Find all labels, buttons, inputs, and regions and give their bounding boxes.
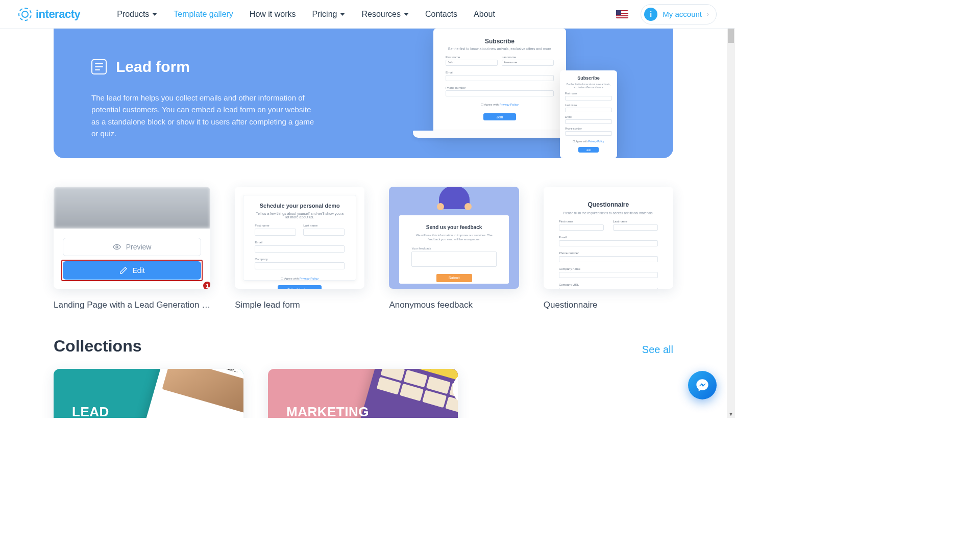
brand-name: interacty	[36, 8, 80, 21]
collections-grid: Summer fitness mar… LEAD MAGNETS Find pa…	[54, 369, 673, 418]
template-title: Questionnaire	[544, 300, 673, 310]
messenger-icon	[695, 378, 709, 392]
form-icon	[91, 59, 107, 74]
messenger-chat-button[interactable]	[688, 371, 717, 399]
nav-template-gallery[interactable]: Template gallery	[174, 10, 233, 19]
collection-card-marketing-games[interactable]: Find pairs and get a prize! MARKETING GA…	[268, 369, 458, 418]
hero-lead-form: Lead form The lead form helps you collec…	[54, 29, 673, 158]
header-right: i My account ›	[616, 4, 717, 24]
collection-card-lead-magnets[interactable]: Summer fitness mar… LEAD MAGNETS	[54, 369, 243, 418]
caret-down-icon	[404, 13, 409, 16]
collection-mock-tilted: Summer fitness mar…	[129, 369, 243, 418]
logo-mark-icon	[18, 8, 32, 21]
caret-down-icon	[152, 13, 157, 16]
template-title: Landing Page with a Lead Generation …	[54, 300, 210, 310]
page-scrollbar[interactable]: ▲ ▼	[727, 0, 735, 418]
avatar: i	[644, 8, 657, 21]
hero-mock-large: Subscribe Be the first to know about new…	[433, 29, 566, 136]
brand-logo[interactable]: interacty	[18, 8, 80, 21]
template-thumb: 2 Preview Edit	[54, 187, 210, 289]
nav-about[interactable]: About	[474, 10, 495, 19]
template-title: Simple lead form	[235, 300, 364, 310]
see-all-link[interactable]: See all	[642, 344, 673, 356]
template-title: Anonymous feedback	[389, 300, 519, 310]
locale-flag-us-icon[interactable]	[616, 10, 628, 18]
caret-down-icon	[340, 13, 345, 16]
hero-description: The lead form helps you collect emails a…	[91, 92, 316, 139]
svg-point-0	[116, 246, 118, 248]
nav-contacts[interactable]: Contacts	[425, 10, 457, 19]
collection-label: MARKETING GAMES	[286, 405, 369, 418]
chevron-right-icon: ›	[707, 11, 709, 18]
card-hover-panel: Preview Edit	[54, 229, 210, 289]
collections-header: Collections See all	[54, 337, 673, 356]
template-thumb: Questionnaire Please fill in the require…	[544, 187, 673, 289]
collections-heading: Collections	[54, 337, 141, 356]
scrollbar-down-icon[interactable]: ▼	[727, 410, 735, 418]
template-grid: 2 Preview Edit	[54, 187, 673, 310]
template-card-questionnaire[interactable]: Questionnaire Please fill in the require…	[544, 187, 673, 310]
template-card-landing-page[interactable]: 2 Preview Edit	[54, 187, 210, 310]
person-icon	[436, 187, 472, 217]
site-header: interacty Products Template gallery How …	[0, 0, 735, 29]
preview-button[interactable]: Preview	[63, 238, 201, 256]
template-thumb: Send us your feedback We will use this i…	[389, 187, 519, 289]
annotation-box-inner	[61, 260, 203, 281]
template-card-simple-lead-form[interactable]: Schedule your personal demo Tell us a fe…	[235, 187, 364, 310]
annotation-badge-1: 1	[203, 282, 210, 289]
nav-resources[interactable]: Resources	[361, 10, 408, 19]
nav-pricing[interactable]: Pricing	[312, 10, 346, 19]
nav-how-it-works[interactable]: How it works	[250, 10, 296, 19]
hero-mock-small: Subscribe Be the first to know about new…	[560, 70, 617, 158]
collection-label: LEAD MAGNETS	[72, 405, 140, 418]
nav-products[interactable]: Products	[117, 10, 157, 19]
eye-icon	[113, 243, 121, 251]
my-account-label: My account	[663, 10, 702, 18]
my-account-button[interactable]: i My account ›	[641, 4, 717, 24]
template-card-anonymous-feedback[interactable]: Send us your feedback We will use this i…	[389, 187, 519, 310]
template-thumb: Schedule your personal demo Tell us a fe…	[235, 187, 364, 289]
hero-title: Lead form	[116, 58, 190, 76]
main-nav: Products Template gallery How it works P…	[117, 10, 495, 19]
